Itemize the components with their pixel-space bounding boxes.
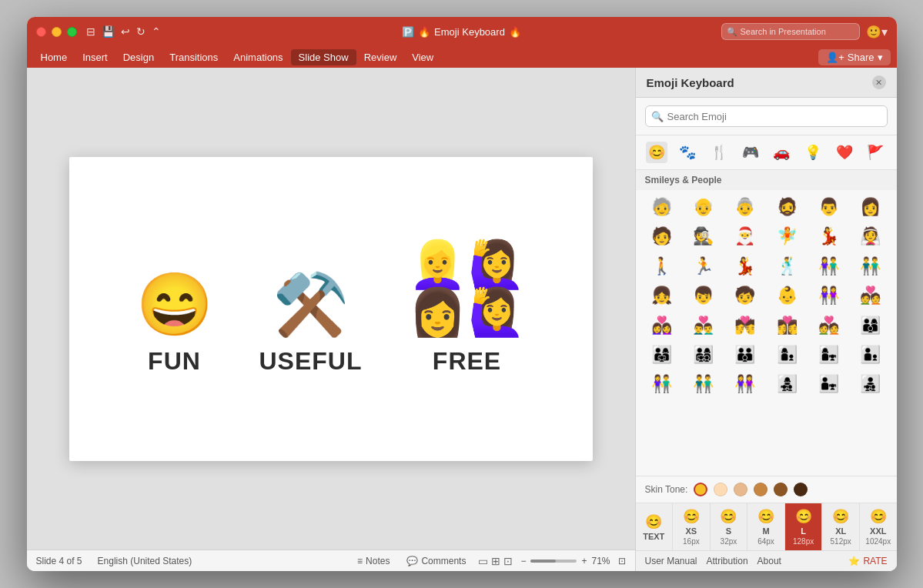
zoom-slider[interactable] xyxy=(530,560,577,563)
skin-tone-light[interactable] xyxy=(714,483,727,496)
size-m[interactable]: 😊 M 64px xyxy=(747,503,785,550)
emoji-cell[interactable]: 👨‍👩‍👦 xyxy=(850,312,890,339)
skin-tone-yellow[interactable] xyxy=(694,483,707,496)
emoji-cell[interactable]: 👩‍👦 xyxy=(767,341,807,369)
cat-activities[interactable]: 🎮 xyxy=(740,142,761,163)
size-xs[interactable]: 😊 XS 16px xyxy=(673,503,711,550)
attribution-link[interactable]: Attribution xyxy=(707,556,748,566)
emoji-cell[interactable]: 🕵️ xyxy=(684,222,724,250)
emoji-cell[interactable]: 👨‍👦 xyxy=(850,341,890,369)
emoji-cell[interactable]: 🎅 xyxy=(725,222,765,250)
more-icon[interactable]: ⌃ xyxy=(152,25,161,38)
save-icon[interactable]: 💾 xyxy=(102,25,115,38)
cat-flags[interactable]: 🚩 xyxy=(864,142,886,163)
notes-button[interactable]: ≡ Notes xyxy=(353,554,394,568)
emoji-cell[interactable]: 👩‍👧‍👦 xyxy=(767,370,807,398)
menu-home[interactable]: Home xyxy=(33,49,75,65)
cat-animals[interactable]: 🐾 xyxy=(677,142,698,163)
skin-tone-medium-light[interactable] xyxy=(734,483,747,496)
emoji-cell[interactable]: 👨‍👧‍👦 xyxy=(850,370,890,398)
emoji-cell[interactable]: 👨‍👧 xyxy=(808,370,848,398)
zoom-in-button[interactable]: + xyxy=(581,556,587,566)
user-manual-link[interactable]: User Manual xyxy=(645,556,697,566)
close-button[interactable] xyxy=(36,27,46,37)
emoji-cell[interactable]: 👪 xyxy=(725,341,765,369)
emoji-cell[interactable]: 💑 xyxy=(850,282,890,309)
emoji-cell[interactable]: 👨‍👩‍👧 xyxy=(642,341,682,369)
emoji-cell[interactable]: 👬 xyxy=(850,252,890,280)
share-button[interactable]: 👤+ Share ▾ xyxy=(818,49,890,65)
cat-objects[interactable]: 💡 xyxy=(802,142,824,163)
emoji-cell[interactable]: 🧓 xyxy=(642,193,682,221)
emoji-cell[interactable]: 🕺 xyxy=(767,252,807,280)
menu-design[interactable]: Design xyxy=(115,49,162,65)
comments-button[interactable]: 💬 Comments xyxy=(402,554,470,568)
emoji-search-input[interactable] xyxy=(645,105,888,127)
emoji-cell[interactable]: 👰 xyxy=(850,222,890,250)
emoji-cell[interactable]: 👧 xyxy=(642,282,682,309)
size-xxl[interactable]: 😊 XXL 1024px xyxy=(860,503,897,550)
menu-transitions[interactable]: Transitions xyxy=(162,49,226,65)
emoji-cell[interactable]: 👫 xyxy=(642,370,682,398)
rate-button[interactable]: ⭐ RATE xyxy=(848,556,887,566)
size-l[interactable]: 😊 L 128px xyxy=(785,503,823,550)
maximize-button[interactable] xyxy=(67,27,77,37)
menu-view[interactable]: View xyxy=(404,49,441,65)
emoji-cell[interactable]: 🧒 xyxy=(725,282,765,309)
emoji-cell[interactable]: 👶 xyxy=(767,282,807,309)
size-s[interactable]: 😊 S 32px xyxy=(711,503,748,550)
about-link[interactable]: About xyxy=(757,556,781,566)
emoji-cell[interactable]: 🚶 xyxy=(642,252,682,280)
size-xl[interactable]: 😊 XL 512px xyxy=(822,503,860,550)
emoji-cell[interactable]: 💃 xyxy=(808,222,848,250)
emoji-cell[interactable]: 💃 xyxy=(725,252,765,280)
skin-tone-medium-dark[interactable] xyxy=(774,483,788,496)
slide[interactable]: 😄 FUN ⚒️ USEFUL 👱‍♀️🙋‍♀️ 👩🙋‍ xyxy=(69,157,593,461)
smiley-button[interactable]: 🙂▾ xyxy=(866,25,888,39)
undo-icon[interactable]: ↩ xyxy=(121,25,130,38)
menu-insert[interactable]: Insert xyxy=(75,49,115,65)
zoom-out-button[interactable]: − xyxy=(520,556,526,566)
skin-tone-dark[interactable] xyxy=(794,483,808,496)
cat-travel[interactable]: 🚗 xyxy=(771,142,792,163)
emoji-cell[interactable]: 🧚 xyxy=(767,222,807,250)
normal-view-icon[interactable]: ▭ xyxy=(478,555,488,567)
minimize-button[interactable] xyxy=(52,27,62,37)
emoji-cell[interactable]: 💑 xyxy=(808,312,848,339)
emoji-cell[interactable]: 👩 xyxy=(850,193,890,221)
sidebar-icon[interactable]: ⊟ xyxy=(86,25,95,38)
emoji-cell[interactable]: 💏 xyxy=(725,312,765,339)
size-text[interactable]: 😊 TEXT xyxy=(636,503,674,550)
title-text: Emoji Keyboard xyxy=(434,26,505,38)
emoji-cell[interactable]: 👩‍❤️‍💋‍👩 xyxy=(767,312,807,339)
emoji-cell[interactable]: 👭 xyxy=(725,370,765,398)
emoji-cell[interactable]: 🧑 xyxy=(642,222,682,250)
search-box[interactable]: 🔍 Search in Presentation xyxy=(721,23,860,40)
emoji-cell[interactable]: 👦 xyxy=(684,282,724,309)
emoji-cell[interactable]: 👫 xyxy=(808,252,848,280)
emoji-cell[interactable]: 👨‍👩‍👧‍👦 xyxy=(684,341,724,369)
emoji-cell[interactable]: 🧔 xyxy=(767,193,807,221)
grid-view-icon[interactable]: ⊞ xyxy=(491,555,500,567)
redo-icon[interactable]: ↻ xyxy=(136,25,145,38)
menu-animations[interactable]: Animations xyxy=(226,49,290,65)
cat-symbols[interactable]: ❤️ xyxy=(834,142,855,163)
emoji-cell[interactable]: 👬 xyxy=(684,370,724,398)
fit-window-icon[interactable]: ⊡ xyxy=(618,556,626,566)
emoji-cell[interactable]: 👨‍❤️‍👨 xyxy=(684,312,724,339)
emoji-cell[interactable]: 👩‍👧 xyxy=(808,341,848,369)
cat-food[interactable]: 🍴 xyxy=(708,142,730,163)
menu-review[interactable]: Review xyxy=(356,49,405,65)
menu-slideshow[interactable]: Slide Show xyxy=(291,49,356,65)
emoji-cell[interactable]: 👴 xyxy=(684,193,724,221)
emoji-cell[interactable]: 👨 xyxy=(808,193,848,221)
emoji-cell[interactable]: 👭 xyxy=(808,282,848,309)
cat-smileys[interactable]: 😊 xyxy=(646,142,667,163)
emoji-grid-container[interactable]: 🧓 👴 👵 🧔 👨 👩 🧑 🕵️ 🎅 🧚 💃 👰 🚶 🏃 xyxy=(636,190,897,476)
skin-tone-medium[interactable] xyxy=(754,483,767,496)
close-panel-button[interactable]: ✕ xyxy=(872,75,886,89)
emoji-cell[interactable]: 👵 xyxy=(725,193,765,221)
emoji-cell[interactable]: 🏃 xyxy=(684,252,724,280)
emoji-cell[interactable]: 👩‍❤️‍👩 xyxy=(642,312,682,339)
presenter-view-icon[interactable]: ⊡ xyxy=(503,555,513,567)
